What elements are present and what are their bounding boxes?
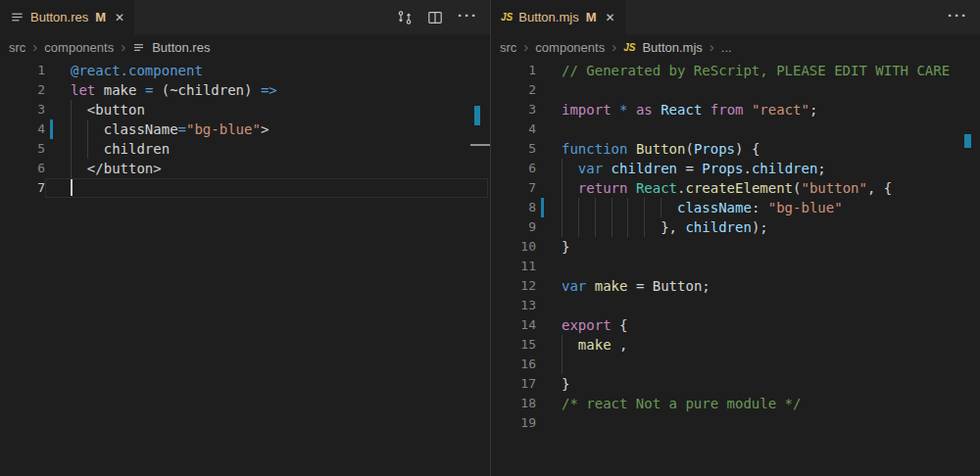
tab-button-mjs[interactable]: JS Button.mjs M ✕	[491, 0, 625, 34]
line-number[interactable]: 1	[0, 61, 45, 80]
code-line[interactable]: 5function Button(Props) {	[491, 139, 980, 159]
indent-guide	[562, 355, 563, 374]
code-editor-rescript[interactable]: 1@react.component2let make = (~children)…	[0, 61, 490, 476]
code-line[interactable]: 7	[0, 178, 490, 198]
code-text: /* react Not a pure module */	[562, 394, 978, 413]
code-line[interactable]: 10}	[491, 237, 980, 257]
code-text: let make = (~children) =>	[71, 80, 488, 100]
code-text: function Button(Props) {	[562, 139, 978, 159]
code-text: var make = Button;	[562, 276, 978, 296]
line-number[interactable]: 6	[491, 159, 536, 178]
text-cursor	[71, 179, 73, 196]
line-number[interactable]: 11	[491, 257, 536, 276]
more-actions-icon[interactable]: ···	[458, 8, 478, 26]
code-text: // Generated by ReScript, PLEASE EDIT WI…	[562, 61, 978, 80]
code-line[interactable]: 16	[491, 355, 980, 374]
line-number[interactable]: 4	[0, 119, 45, 139]
breadcrumb-item-src[interactable]: src	[500, 40, 516, 55]
line-number[interactable]: 1	[491, 61, 536, 80]
line-number[interactable]: 13	[491, 296, 536, 315]
editor-pane-js: JS Button.mjs M ✕ ··· src › components ›…	[490, 0, 980, 476]
code-line[interactable]: 5 children	[0, 139, 490, 159]
code-line[interactable]: 2let make = (~children) =>	[0, 80, 490, 100]
code-line[interactable]: 9 }, children);	[491, 217, 980, 237]
gutter	[45, 61, 71, 80]
line-number[interactable]: 5	[491, 139, 536, 159]
close-tab-icon[interactable]: ✕	[606, 12, 615, 24]
close-tab-icon[interactable]: ✕	[115, 12, 124, 24]
code-text: }	[562, 237, 978, 257]
breadcrumb-item-components[interactable]: components	[44, 40, 114, 55]
code-text	[562, 355, 978, 374]
line-number[interactable]: 2	[0, 80, 45, 100]
breadcrumb: src › components › JS Button.mjs › ...	[491, 34, 980, 61]
editor-actions-right: ···	[948, 0, 968, 34]
code-line[interactable]: 1@react.component	[0, 61, 490, 80]
breadcrumb-item-file[interactable]: Button.res	[152, 40, 210, 55]
code-line[interactable]: 13	[491, 296, 980, 315]
gutter-modified-indicator	[50, 119, 53, 139]
breadcrumb-item-components[interactable]: components	[535, 40, 605, 55]
line-number[interactable]: 7	[0, 178, 45, 198]
compare-changes-icon[interactable]	[397, 10, 413, 25]
line-number[interactable]: 19	[491, 413, 536, 433]
code-text: </button>	[71, 159, 488, 178]
breadcrumb-item-file[interactable]: Button.mjs	[642, 40, 702, 55]
indent-guide	[562, 335, 563, 355]
indent-guide	[595, 198, 596, 217]
gutter	[536, 61, 562, 80]
code-line[interactable]: 19	[491, 413, 980, 433]
line-number[interactable]: 15	[491, 335, 536, 355]
code-line[interactable]: 6 </button>	[0, 159, 490, 178]
code-line[interactable]: 4	[491, 119, 980, 139]
code-line[interactable]: 15 make ,	[491, 335, 980, 355]
line-number[interactable]: 14	[491, 315, 536, 335]
code-line[interactable]: 6 var children = Props.children;	[491, 159, 980, 178]
javascript-file-icon: JS	[623, 42, 635, 53]
code-line[interactable]: 8 className: "bg-blue"	[491, 198, 980, 217]
code-line[interactable]: 7 return React.createElement("button", {	[491, 178, 980, 198]
code-line[interactable]: 3 <button	[0, 100, 490, 119]
line-number[interactable]: 6	[0, 159, 45, 178]
breadcrumb-item-src[interactable]: src	[9, 40, 25, 55]
tab-button-res[interactable]: Button.res M ✕	[0, 0, 134, 34]
line-number[interactable]: 7	[491, 178, 536, 198]
indent-guide	[612, 198, 612, 217]
indent-guide	[578, 217, 579, 237]
line-number[interactable]: 18	[491, 394, 536, 413]
line-number[interactable]: 9	[491, 217, 536, 237]
code-line[interactable]: 11	[491, 257, 980, 276]
line-number[interactable]: 3	[491, 100, 536, 119]
code-line[interactable]: 14export {	[491, 315, 980, 335]
line-number[interactable]: 5	[0, 139, 45, 159]
code-line[interactable]: 1// Generated by ReScript, PLEASE EDIT W…	[491, 61, 980, 80]
code-editor-js[interactable]: 1// Generated by ReScript, PLEASE EDIT W…	[491, 61, 980, 476]
code-line[interactable]: 4 className="bg-blue">	[0, 119, 490, 139]
code-line[interactable]: 12var make = Button;	[491, 276, 980, 296]
tab-bar-left: Button.res M ✕	[0, 0, 490, 34]
line-number[interactable]: 2	[491, 80, 536, 100]
code-text: make ,	[562, 335, 978, 355]
code-line[interactable]: 2	[491, 80, 980, 100]
code-line[interactable]: 17}	[491, 374, 980, 394]
line-number[interactable]: 4	[491, 119, 536, 139]
line-number[interactable]: 3	[0, 100, 45, 119]
line-number[interactable]: 12	[491, 276, 536, 296]
more-actions-icon[interactable]: ···	[948, 8, 968, 26]
line-number[interactable]: 17	[491, 374, 536, 394]
javascript-file-icon: JS	[501, 12, 513, 23]
indent-guide	[562, 198, 563, 217]
chevron-right-icon: ›	[523, 39, 528, 56]
split-editor-icon[interactable]	[427, 10, 443, 25]
gutter-modified-indicator	[541, 198, 544, 217]
chevron-right-icon: ›	[710, 39, 714, 56]
gutter	[45, 119, 71, 139]
line-number[interactable]: 8	[491, 198, 536, 217]
line-number[interactable]: 10	[491, 237, 536, 257]
overview-ruler-modified-marker	[964, 134, 971, 148]
code-line[interactable]: 3import * as React from "react";	[491, 100, 980, 119]
code-line[interactable]: 18/* react Not a pure module */	[491, 394, 980, 413]
gutter	[45, 178, 71, 198]
line-number[interactable]: 16	[491, 355, 536, 374]
breadcrumb-item-symbol[interactable]: ...	[721, 40, 732, 55]
